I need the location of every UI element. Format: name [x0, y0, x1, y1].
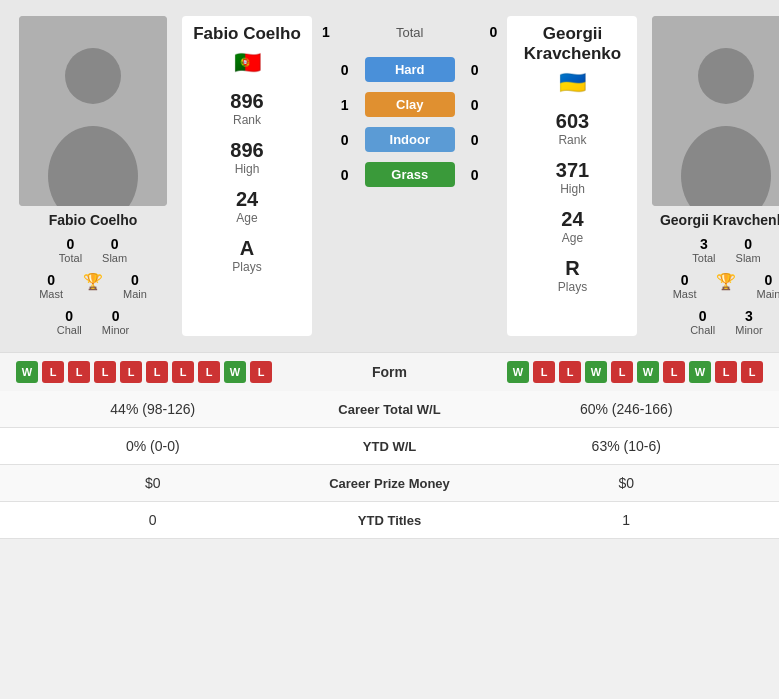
left-rank-label: Rank [233, 113, 261, 127]
right-age-block: 24 Age [561, 208, 583, 245]
left-form-badge-w: W [224, 361, 246, 383]
right-form-badges: WLLWLWLWLL [450, 361, 764, 383]
left-trophy-icon: 🏆 [83, 272, 103, 291]
right-trophy-icon: 🏆 [716, 272, 736, 291]
right-age-value: 24 [561, 208, 583, 231]
right-stats-row2: 0 Mast 🏆 0 Main [673, 272, 779, 300]
ytd-titles-row: 0 YTD Titles 1 [0, 502, 779, 539]
left-plays-label: Plays [232, 260, 261, 274]
right-ytd-wl: 63% (10-6) [490, 438, 764, 454]
right-chall-value: 0 [699, 308, 707, 324]
left-slam-label: Slam [102, 252, 127, 264]
right-stats-row1: 3 Total 0 Slam [692, 236, 760, 264]
left-stats-row2: 0 Mast 🏆 0 Main [39, 272, 147, 300]
form-label: Form [330, 364, 450, 380]
right-stats-row3: 0 Chall 3 Minor [690, 308, 763, 336]
left-main-value: 0 [131, 272, 139, 288]
right-form-badge-l: L [715, 361, 737, 383]
left-main-label: Main [123, 288, 147, 300]
left-mast-label: Mast [39, 288, 63, 300]
right-ytd-titles: 1 [490, 512, 764, 528]
hard-button[interactable]: Hard [365, 57, 455, 82]
left-minor-label: Minor [102, 324, 130, 336]
indoor-row: 0 Indoor 0 [335, 127, 485, 152]
indoor-left-val: 0 [335, 132, 355, 148]
right-high-label: High [560, 182, 585, 196]
left-minor-stat: 0 Minor [102, 308, 130, 336]
grass-button[interactable]: Grass [365, 162, 455, 187]
right-form-badge-w: W [585, 361, 607, 383]
right-rank-value: 603 [556, 110, 589, 133]
right-total-label: Total [692, 252, 715, 264]
prize-label: Career Prize Money [290, 476, 490, 491]
right-main-value: 0 [764, 272, 772, 288]
right-total-stat: 3 Total [692, 236, 715, 264]
left-rank-value: 896 [230, 90, 263, 113]
right-rank-label: Rank [558, 133, 586, 147]
right-form-badge-w: W [637, 361, 659, 383]
left-ytd-titles: 0 [16, 512, 290, 528]
left-form-badge-l: L [120, 361, 142, 383]
total-left-val: 1 [316, 24, 336, 40]
clay-right-val: 0 [465, 97, 485, 113]
center-column: 1 Total 0 0 Hard 0 1 Clay 0 0 Indoor 0 [316, 16, 503, 336]
right-minor-label: Minor [735, 324, 763, 336]
clay-row: 1 Clay 0 [335, 92, 485, 117]
right-slam-label: Slam [736, 252, 761, 264]
right-form-badge-l: L [611, 361, 633, 383]
left-mast-value: 0 [47, 272, 55, 288]
total-label: Total [396, 25, 423, 40]
total-row: 1 Total 0 [316, 24, 503, 40]
left-plays-block: A Plays [232, 237, 261, 274]
prize-row: $0 Career Prize Money $0 [0, 465, 779, 502]
left-form-badge-l: L [146, 361, 168, 383]
right-form-badge-l: L [663, 361, 685, 383]
left-high-label: High [235, 162, 260, 176]
right-plays-label: Plays [558, 280, 587, 294]
grass-right-val: 0 [465, 167, 485, 183]
right-flag-icon: 🇺🇦 [559, 70, 586, 96]
left-rank-block: 896 Rank [230, 90, 263, 127]
left-total-stat: 0 Total [59, 236, 82, 264]
left-player-name-below: Fabio Coelho [49, 212, 138, 228]
right-plays-block: R Plays [558, 257, 587, 294]
stats-table: 44% (98-126) Career Total W/L 60% (246-1… [0, 391, 779, 539]
right-player-photo [652, 16, 779, 206]
left-player-photo [19, 16, 167, 206]
right-high-value: 371 [556, 159, 589, 182]
right-rank-block: 603 Rank [556, 110, 589, 147]
indoor-button[interactable]: Indoor [365, 127, 455, 152]
left-age-value: 24 [236, 188, 258, 211]
right-form-badge-l: L [559, 361, 581, 383]
left-slam-value: 0 [111, 236, 119, 252]
grass-left-val: 0 [335, 167, 355, 183]
right-minor-value: 3 [745, 308, 753, 324]
right-mast-stat: 0 Mast [673, 272, 697, 300]
comparison-section: Fabio Coelho 0 Total 0 Slam 0 Mast 🏆 [0, 0, 779, 352]
left-stats-row1: 0 Total 0 Slam [59, 236, 127, 264]
left-form-badge-l: L [68, 361, 90, 383]
right-player-name-below: Georgii Kravchenko [660, 212, 779, 228]
left-form-badges: WLLLLLLLWL [16, 361, 330, 383]
left-age-label: Age [236, 211, 257, 225]
left-info-panel: Fabio Coelho 🇵🇹 896 Rank 896 High 24 Age… [182, 16, 312, 336]
right-main-label: Main [756, 288, 779, 300]
left-ytd-wl: 0% (0-0) [16, 438, 290, 454]
left-minor-value: 0 [112, 308, 120, 324]
left-prize: $0 [16, 475, 290, 491]
grass-row: 0 Grass 0 [335, 162, 485, 187]
left-slam-stat: 0 Slam [102, 236, 127, 264]
right-total-value: 3 [700, 236, 708, 252]
left-trophy-icon-item: 🏆 [83, 272, 103, 300]
ytd-titles-label: YTD Titles [290, 513, 490, 528]
right-chall-label: Chall [690, 324, 715, 336]
right-prize: $0 [490, 475, 764, 491]
left-high-value: 896 [230, 139, 263, 162]
right-plays-value: R [565, 257, 579, 280]
right-slam-stat: 0 Slam [736, 236, 761, 264]
left-career-wl: 44% (98-126) [16, 401, 290, 417]
right-mast-value: 0 [681, 272, 689, 288]
clay-button[interactable]: Clay [365, 92, 455, 117]
career-wl-label: Career Total W/L [290, 402, 490, 417]
left-high-block: 896 High [230, 139, 263, 176]
